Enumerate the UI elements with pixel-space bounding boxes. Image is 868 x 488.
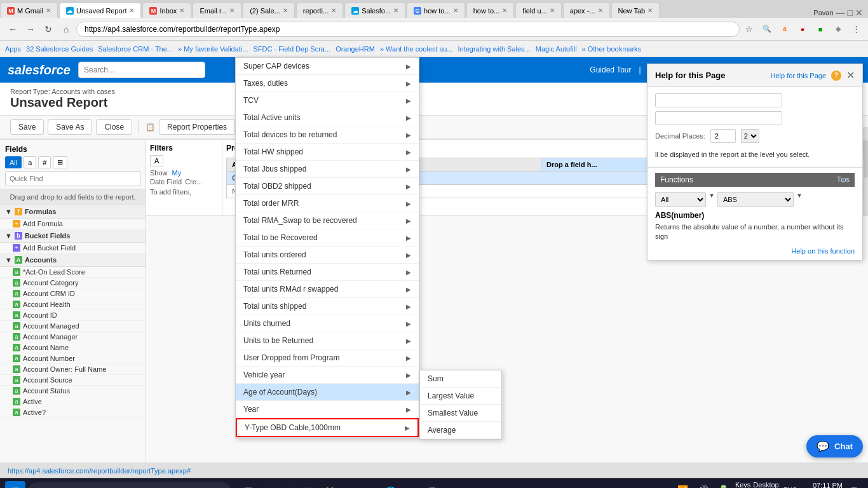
- ext3-icon[interactable]: ◆: [831, 22, 845, 36]
- menu-vehicle-year[interactable]: Vehicle year ▶: [236, 367, 419, 384]
- taskbar-firefox[interactable]: 🦊: [320, 482, 338, 489]
- help-input1[interactable]: [655, 93, 782, 107]
- tab-gmail[interactable]: M M Gmail ✕: [0, 3, 58, 18]
- submenu-largest-value[interactable]: Largest Value: [420, 388, 501, 405]
- menu-units-churned[interactable]: Units churned ▶: [236, 315, 419, 332]
- save-as-button[interactable]: Save As: [48, 119, 92, 135]
- quick-find-input[interactable]: [5, 171, 140, 186]
- menu-user-dropped[interactable]: User Dropped from Program ▶: [236, 349, 419, 367]
- add-bucket-item[interactable]: + Add Bucket Field: [0, 243, 146, 254]
- home-button[interactable]: ⌂: [58, 22, 74, 37]
- tab-sales[interactable]: (2) Sale... ✕: [243, 3, 295, 18]
- menu-dots[interactable]: ⋮: [849, 22, 863, 36]
- field-account-owner[interactable]: a Account Owner: Full Name: [0, 364, 146, 375]
- taskbar-task-view[interactable]: ⊡: [239, 482, 257, 489]
- tab-email[interactable]: Email r... ✕: [193, 3, 241, 18]
- tab-apex-close[interactable]: ✕: [598, 7, 603, 14]
- taskbar-explorer[interactable]: 📁: [259, 482, 277, 489]
- tab-salesfo-close[interactable]: ✕: [393, 7, 398, 14]
- menu-ytype-obd[interactable]: Y-Type OBD Cable,1000mm ▶: [236, 418, 419, 437]
- bookmark-star-icon[interactable]: ☆: [742, 22, 756, 36]
- menu-total-hw[interactable]: Total HW shipped ▶: [236, 144, 419, 161]
- taskbar-shield[interactable]: 🛡: [300, 482, 318, 489]
- add-formula-item[interactable]: + Add Formula: [0, 219, 146, 229]
- tab-fieldu[interactable]: field u... ✕: [515, 3, 562, 18]
- bookmark-apps[interactable]: Apps: [5, 45, 21, 53]
- avast-icon[interactable]: a: [778, 22, 792, 36]
- menu-scroll-down[interactable]: ▼: [236, 437, 419, 438]
- bucket-group-header[interactable]: ▼ b Bucket Fields: [0, 229, 146, 243]
- taskbar-email[interactable]: ✉: [341, 482, 358, 489]
- tab-salesfo[interactable]: ☁ Salesfo... ✕: [344, 3, 405, 18]
- close-btn[interactable]: ✕: [855, 8, 863, 18]
- submenu-sum[interactable]: Sum: [420, 370, 501, 388]
- bookmark-coolest[interactable]: » Want the coolest su...: [380, 45, 453, 53]
- bookmark-integrating[interactable]: Integrating with Sales...: [458, 45, 530, 53]
- tab-unsaved-close[interactable]: ✕: [129, 7, 134, 14]
- minimize-btn[interactable]: —: [836, 8, 845, 18]
- tab-reporti[interactable]: reporti... ✕: [296, 3, 343, 18]
- help-link[interactable]: Help for this Page: [771, 72, 826, 79]
- field-account-status[interactable]: a Account Status: [0, 386, 146, 396]
- submenu-smallest-value[interactable]: Smallest Value: [420, 405, 501, 422]
- close-button[interactable]: Close: [96, 119, 132, 135]
- taskbar-battery[interactable]: 🔋: [715, 481, 733, 488]
- menu-taxes[interactable]: Taxes, duties ▶: [236, 75, 419, 92]
- func-name-select[interactable]: ABS CEILING FLOOR MAX MIN: [717, 192, 794, 207]
- bookmark-sf-guides[interactable]: 32 Salesforce Guides: [26, 45, 93, 53]
- guided-tour-link[interactable]: Guided Tour: [590, 65, 631, 74]
- menu-age-of-account[interactable]: Age of Account(Days) ▶: [236, 384, 419, 401]
- filter-hash-btn[interactable]: #: [38, 156, 51, 168]
- tab-newtab-close[interactable]: ✕: [648, 7, 653, 14]
- tab-gmail-close[interactable]: ✕: [46, 7, 51, 14]
- field-active[interactable]: a Active: [0, 396, 146, 407]
- menu-total-obd2[interactable]: Total OBD2 shipped ▶: [236, 178, 419, 195]
- save-button[interactable]: Save: [10, 119, 44, 135]
- ext2-icon[interactable]: ■: [813, 22, 827, 36]
- ext1-icon[interactable]: ●: [796, 22, 810, 36]
- menu-total-order-mrr[interactable]: Total order MRR ▶: [236, 195, 419, 212]
- bookmark-orange[interactable]: OrangeHRM: [336, 45, 375, 53]
- sf-search-input[interactable]: [78, 62, 205, 78]
- zoom-icon[interactable]: 🔍: [760, 22, 774, 36]
- taskbar-search[interactable]: [28, 482, 231, 489]
- taskbar-music[interactable]: 🎵: [422, 482, 440, 489]
- menu-total-units-ordered[interactable]: Total units ordered ▶: [236, 247, 419, 264]
- accounts-group-header[interactable]: ▼ A Accounts: [0, 254, 146, 267]
- field-account-managed[interactable]: a Account Managed: [0, 321, 146, 332]
- menu-tcv[interactable]: TCV ▶: [236, 92, 419, 109]
- taskbar-network[interactable]: 📶: [674, 481, 692, 488]
- tab-howto1[interactable]: G how to... ✕: [407, 3, 465, 18]
- filter-alpha-btn[interactable]: a: [24, 156, 36, 168]
- show-value[interactable]: My: [172, 169, 182, 177]
- func-category-select[interactable]: All Math Text Date: [655, 192, 706, 207]
- chat-bubble[interactable]: 💬 Chat: [806, 435, 863, 458]
- field-account-source[interactable]: a Account Source: [0, 375, 146, 386]
- help-input2[interactable]: [655, 111, 782, 125]
- bookmark-fav-valid[interactable]: » My favorite Validati...: [178, 45, 248, 53]
- filter-all-btn[interactable]: All: [5, 156, 22, 168]
- menu-total-units-shipped[interactable]: Total units shipped ▶: [236, 298, 419, 315]
- refresh-button[interactable]: ↻: [41, 22, 56, 37]
- field-account-category[interactable]: a Account Category: [0, 278, 146, 288]
- taskbar-refresh[interactable]: ↻: [361, 482, 379, 489]
- help-question-icon[interactable]: ?: [831, 71, 841, 81]
- taskbar-up-arrow[interactable]: ▲: [654, 481, 672, 488]
- field-act-on[interactable]: a *Act-On Lead Score: [0, 267, 146, 278]
- menu-total-rma[interactable]: Total RMA_Swap to be recovered ▶: [236, 212, 419, 229]
- tab-email-close[interactable]: ✕: [229, 7, 234, 14]
- tab-howto2[interactable]: how to... ✕: [466, 3, 515, 18]
- report-properties-button[interactable]: Report Properties: [159, 119, 235, 135]
- field-active-q[interactable]: a Active?: [0, 407, 146, 418]
- address-bar[interactable]: [76, 22, 740, 37]
- tips-link[interactable]: Tips: [837, 175, 850, 184]
- menu-total-active[interactable]: Total Active units ▶: [236, 109, 419, 126]
- menu-year[interactable]: Year ▶: [236, 401, 419, 418]
- bookmark-magic[interactable]: Magic Autofill: [536, 45, 577, 53]
- tab-howto2-close[interactable]: ✕: [502, 7, 507, 14]
- help-close-button[interactable]: ✕: [846, 69, 855, 81]
- taskbar-lang[interactable]: ENG: [782, 481, 799, 488]
- field-account-id[interactable]: a Account ID: [0, 310, 146, 321]
- taskbar-chrome[interactable]: 🌐: [381, 482, 399, 489]
- tab-apex[interactable]: apex -... ✕: [563, 3, 610, 18]
